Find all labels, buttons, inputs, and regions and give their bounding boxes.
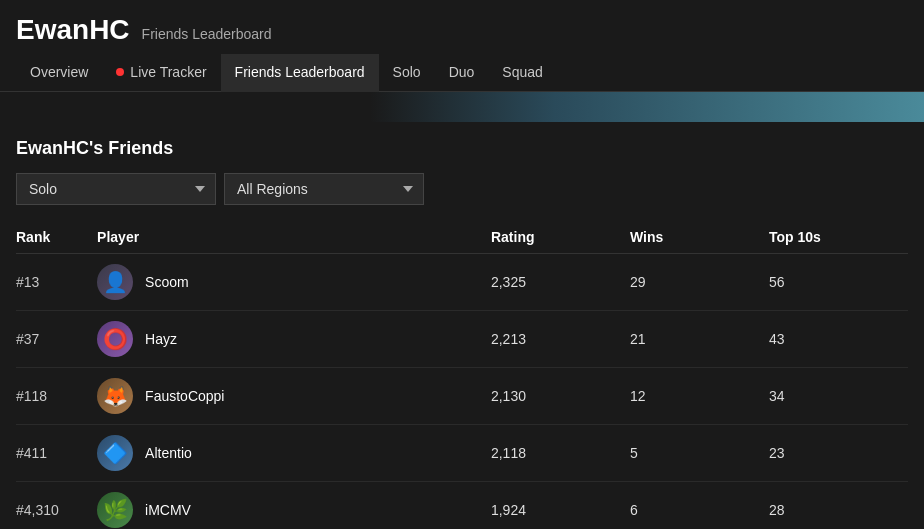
rating-cell: 1,924	[491, 482, 630, 530]
username: EwanHC	[16, 14, 130, 46]
nav-item-solo[interactable]: Solo	[379, 54, 435, 92]
wins-cell: 5	[630, 425, 769, 482]
nav-label-live-tracker: Live Tracker	[130, 64, 206, 80]
table-row: #13 👤 Scoom 2,325 29 56	[16, 254, 908, 311]
player-cell: ⭕ Hayz	[97, 311, 491, 368]
rank-cell: #37	[16, 311, 97, 368]
leaderboard-table: Rank Player Rating Wins Top 10s #13 👤 Sc…	[16, 221, 908, 529]
nav-item-friends-leaderboard[interactable]: Friends Leaderboard	[221, 54, 379, 92]
player-name[interactable]: FaustoCoppi	[145, 388, 224, 404]
player-cell: 🦊 FaustoCoppi	[97, 368, 491, 425]
mode-filter[interactable]: Solo Duo Squad	[16, 173, 216, 205]
avatar: 🌿	[97, 492, 133, 528]
top10s-cell: 28	[769, 482, 908, 530]
player-name[interactable]: Hayz	[145, 331, 177, 347]
header: EwanHC Friends Leaderboard	[0, 0, 924, 54]
table-row: #4,310 🌿 iMCMV 1,924 6 28	[16, 482, 908, 530]
rank-cell: #13	[16, 254, 97, 311]
nav-label-duo: Duo	[449, 64, 475, 80]
player-name[interactable]: Altentio	[145, 445, 192, 461]
wins-cell: 12	[630, 368, 769, 425]
col-header-wins: Wins	[630, 221, 769, 254]
avatar: ⭕	[97, 321, 133, 357]
avatar: 🦊	[97, 378, 133, 414]
banner	[0, 92, 924, 122]
player-cell: 🔷 Altentio	[97, 425, 491, 482]
rating-cell: 2,213	[491, 311, 630, 368]
section-title: EwanHC's Friends	[16, 138, 908, 159]
live-dot-icon	[116, 68, 124, 76]
wins-cell: 29	[630, 254, 769, 311]
rank-cell: #411	[16, 425, 97, 482]
nav-label-overview: Overview	[30, 64, 88, 80]
col-header-top10s: Top 10s	[769, 221, 908, 254]
navigation: Overview Live Tracker Friends Leaderboar…	[0, 54, 924, 92]
player-cell: 👤 Scoom	[97, 254, 491, 311]
nav-item-duo[interactable]: Duo	[435, 54, 489, 92]
rating-cell: 2,130	[491, 368, 630, 425]
rank-cell: #4,310	[16, 482, 97, 530]
nav-label-friends-leaderboard: Friends Leaderboard	[235, 64, 365, 80]
table-row: #118 🦊 FaustoCoppi 2,130 12 34	[16, 368, 908, 425]
table-row: #411 🔷 Altentio 2,118 5 23	[16, 425, 908, 482]
top10s-cell: 34	[769, 368, 908, 425]
avatar: 🔷	[97, 435, 133, 471]
player-cell: 🌿 iMCMV	[97, 482, 491, 530]
nav-label-solo: Solo	[393, 64, 421, 80]
rating-cell: 2,325	[491, 254, 630, 311]
rating-cell: 2,118	[491, 425, 630, 482]
wins-cell: 21	[630, 311, 769, 368]
nav-item-squad[interactable]: Squad	[488, 54, 556, 92]
top10s-cell: 43	[769, 311, 908, 368]
col-header-player: Player	[97, 221, 491, 254]
top10s-cell: 23	[769, 425, 908, 482]
top10s-cell: 56	[769, 254, 908, 311]
nav-label-squad: Squad	[502, 64, 542, 80]
col-header-rating: Rating	[491, 221, 630, 254]
region-filter[interactable]: All Regions NA East NA West EU OCE BR AS	[224, 173, 424, 205]
rank-cell: #118	[16, 368, 97, 425]
nav-item-live-tracker[interactable]: Live Tracker	[102, 54, 220, 92]
player-name[interactable]: Scoom	[145, 274, 189, 290]
main-content: EwanHC's Friends Solo Duo Squad All Regi…	[0, 122, 924, 529]
table-header-row: Rank Player Rating Wins Top 10s	[16, 221, 908, 254]
col-header-rank: Rank	[16, 221, 97, 254]
header-subtitle: Friends Leaderboard	[142, 26, 272, 42]
wins-cell: 6	[630, 482, 769, 530]
avatar: 👤	[97, 264, 133, 300]
table-row: #37 ⭕ Hayz 2,213 21 43	[16, 311, 908, 368]
filters: Solo Duo Squad All Regions NA East NA We…	[16, 173, 908, 205]
player-name[interactable]: iMCMV	[145, 502, 191, 518]
nav-item-overview[interactable]: Overview	[16, 54, 102, 92]
